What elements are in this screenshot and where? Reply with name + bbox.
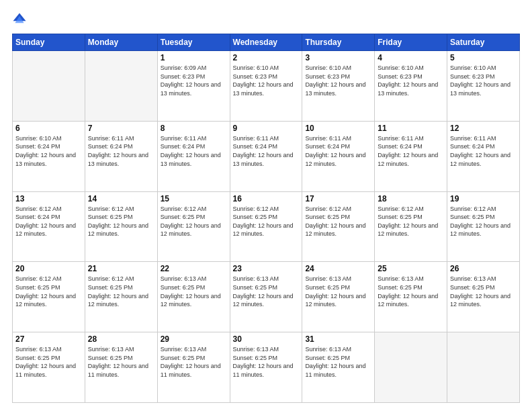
weekday-header-saturday: Saturday [447,34,520,51]
day-number: 14 [88,194,154,203]
calendar-cell: 29Sunrise: 6:13 AMSunset: 6:25 PMDayligh… [157,332,230,403]
day-number: 29 [161,334,227,344]
day-detail: Sunrise: 6:12 AMSunset: 6:25 PMDaylight:… [305,205,371,238]
day-detail: Sunrise: 6:13 AMSunset: 6:25 PMDaylight:… [161,275,227,308]
day-number: 2 [233,53,300,62]
calendar-cell: 28Sunrise: 6:13 AMSunset: 6:25 PMDayligh… [85,332,157,403]
calendar-cell: 12Sunrise: 6:11 AMSunset: 6:24 PMDayligh… [447,121,520,191]
general-blue-logo-icon [12,12,27,27]
calendar-cell: 24Sunrise: 6:13 AMSunset: 6:25 PMDayligh… [302,262,375,332]
day-number: 21 [88,264,154,273]
day-detail: Sunrise: 6:13 AMSunset: 6:25 PMDaylight:… [305,345,371,379]
weekday-header-wednesday: Wednesday [230,34,302,51]
day-number: 10 [305,124,371,133]
calendar-cell: 26Sunrise: 6:13 AMSunset: 6:25 PMDayligh… [447,262,520,332]
day-detail: Sunrise: 6:12 AMSunset: 6:25 PMDaylight:… [233,205,300,238]
header [12,12,520,27]
calendar-cell: 31Sunrise: 6:13 AMSunset: 6:25 PMDayligh… [302,332,375,403]
calendar-cell [85,51,157,122]
day-number: 8 [161,124,227,133]
day-detail: Sunrise: 6:11 AMSunset: 6:24 PMDaylight:… [88,134,154,168]
day-detail: Sunrise: 6:13 AMSunset: 6:25 PMDaylight:… [233,345,300,379]
day-detail: Sunrise: 6:10 AMSunset: 6:23 PMDaylight:… [378,64,444,97]
day-detail: Sunrise: 6:11 AMSunset: 6:24 PMDaylight:… [378,134,444,168]
day-number: 24 [305,264,371,273]
day-number: 16 [233,194,300,203]
calendar-cell: 9Sunrise: 6:11 AMSunset: 6:24 PMDaylight… [230,121,302,191]
day-number: 15 [161,194,227,203]
calendar-cell: 14Sunrise: 6:12 AMSunset: 6:25 PMDayligh… [85,191,157,262]
calendar-week-3: 13Sunrise: 6:12 AMSunset: 6:24 PMDayligh… [13,191,520,262]
calendar-cell: 22Sunrise: 6:13 AMSunset: 6:25 PMDayligh… [157,262,230,332]
day-detail: Sunrise: 6:11 AMSunset: 6:24 PMDaylight:… [233,134,300,168]
calendar-cell: 23Sunrise: 6:13 AMSunset: 6:25 PMDayligh… [230,262,302,332]
calendar-cell: 1Sunrise: 6:09 AMSunset: 6:23 PMDaylight… [157,51,230,122]
calendar-cell: 8Sunrise: 6:11 AMSunset: 6:24 PMDaylight… [157,121,230,191]
day-number: 12 [450,124,517,133]
calendar-cell: 16Sunrise: 6:12 AMSunset: 6:25 PMDayligh… [230,191,302,262]
day-detail: Sunrise: 6:12 AMSunset: 6:25 PMDaylight:… [15,275,82,308]
weekday-header-friday: Friday [375,34,447,51]
logo [12,12,30,27]
page: SundayMondayTuesdayWednesdayThursdayFrid… [0,0,532,411]
calendar-cell [375,332,447,403]
weekday-header-sunday: Sunday [13,34,85,51]
day-number: 20 [15,264,82,273]
calendar-cell: 17Sunrise: 6:12 AMSunset: 6:25 PMDayligh… [302,191,375,262]
weekday-header-monday: Monday [85,34,157,51]
day-number: 19 [450,194,517,203]
calendar-cell: 10Sunrise: 6:11 AMSunset: 6:24 PMDayligh… [302,121,375,191]
calendar-cell: 19Sunrise: 6:12 AMSunset: 6:25 PMDayligh… [447,191,520,262]
day-detail: Sunrise: 6:13 AMSunset: 6:25 PMDaylight:… [88,345,154,379]
day-detail: Sunrise: 6:10 AMSunset: 6:23 PMDaylight:… [233,64,300,97]
calendar-cell: 27Sunrise: 6:13 AMSunset: 6:25 PMDayligh… [13,332,85,403]
calendar-week-4: 20Sunrise: 6:12 AMSunset: 6:25 PMDayligh… [13,262,520,332]
day-detail: Sunrise: 6:10 AMSunset: 6:23 PMDaylight:… [450,64,517,97]
day-number: 9 [233,124,300,133]
calendar-cell: 30Sunrise: 6:13 AMSunset: 6:25 PMDayligh… [230,332,302,403]
calendar-cell: 2Sunrise: 6:10 AMSunset: 6:23 PMDaylight… [230,51,302,122]
day-number: 5 [450,53,517,62]
day-number: 1 [161,53,227,62]
calendar-cell: 25Sunrise: 6:13 AMSunset: 6:25 PMDayligh… [375,262,447,332]
day-number: 27 [15,334,82,344]
day-detail: Sunrise: 6:12 AMSunset: 6:25 PMDaylight:… [88,275,154,308]
day-number: 22 [161,264,227,273]
day-detail: Sunrise: 6:11 AMSunset: 6:24 PMDaylight:… [305,134,371,168]
day-detail: Sunrise: 6:13 AMSunset: 6:25 PMDaylight:… [378,275,444,308]
calendar-cell: 20Sunrise: 6:12 AMSunset: 6:25 PMDayligh… [13,262,85,332]
day-detail: Sunrise: 6:10 AMSunset: 6:23 PMDaylight:… [305,64,371,97]
day-detail: Sunrise: 6:10 AMSunset: 6:24 PMDaylight:… [15,134,82,168]
calendar-cell: 13Sunrise: 6:12 AMSunset: 6:24 PMDayligh… [13,191,85,262]
day-detail: Sunrise: 6:12 AMSunset: 6:25 PMDaylight:… [378,205,444,238]
day-number: 30 [233,334,300,344]
calendar-cell: 3Sunrise: 6:10 AMSunset: 6:23 PMDaylight… [302,51,375,122]
calendar-cell [447,332,520,403]
calendar-cell: 15Sunrise: 6:12 AMSunset: 6:25 PMDayligh… [157,191,230,262]
calendar-week-5: 27Sunrise: 6:13 AMSunset: 6:25 PMDayligh… [13,332,520,403]
day-detail: Sunrise: 6:11 AMSunset: 6:24 PMDaylight:… [450,134,517,168]
day-number: 23 [233,264,300,273]
day-number: 6 [15,124,82,133]
day-detail: Sunrise: 6:13 AMSunset: 6:25 PMDaylight:… [161,345,227,379]
day-number: 4 [378,53,444,62]
day-detail: Sunrise: 6:12 AMSunset: 6:25 PMDaylight:… [161,205,227,238]
calendar-cell: 21Sunrise: 6:12 AMSunset: 6:25 PMDayligh… [85,262,157,332]
day-detail: Sunrise: 6:12 AMSunset: 6:25 PMDaylight:… [450,205,517,238]
day-detail: Sunrise: 6:11 AMSunset: 6:24 PMDaylight:… [161,134,227,168]
calendar-cell: 7Sunrise: 6:11 AMSunset: 6:24 PMDaylight… [85,121,157,191]
day-detail: Sunrise: 6:13 AMSunset: 6:25 PMDaylight:… [233,275,300,308]
calendar-week-1: 1Sunrise: 6:09 AMSunset: 6:23 PMDaylight… [13,51,520,122]
day-detail: Sunrise: 6:12 AMSunset: 6:25 PMDaylight:… [88,205,154,238]
calendar-cell: 18Sunrise: 6:12 AMSunset: 6:25 PMDayligh… [375,191,447,262]
day-number: 7 [88,124,154,133]
day-detail: Sunrise: 6:13 AMSunset: 6:25 PMDaylight:… [15,345,82,379]
calendar-cell: 4Sunrise: 6:10 AMSunset: 6:23 PMDaylight… [375,51,447,122]
day-number: 18 [378,194,444,203]
day-number: 28 [88,334,154,344]
calendar-cell: 6Sunrise: 6:10 AMSunset: 6:24 PMDaylight… [13,121,85,191]
day-detail: Sunrise: 6:09 AMSunset: 6:23 PMDaylight:… [161,64,227,97]
day-number: 3 [305,53,371,62]
day-number: 17 [305,194,371,203]
day-number: 25 [378,264,444,273]
